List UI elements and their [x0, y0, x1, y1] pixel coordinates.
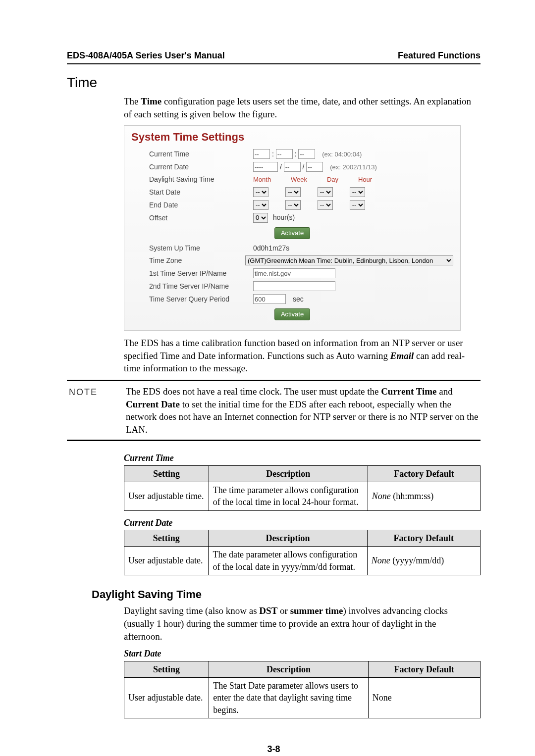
ct-desc: The time parameter allows configuration …	[209, 482, 368, 511]
intro-pre: The	[124, 96, 141, 106]
activate-button-1[interactable]: Activate	[274, 227, 310, 239]
timezone-select[interactable]: (GMT)Greenwich Mean Time: Dublin, Edinbu…	[245, 255, 453, 265]
ts1-input[interactable]	[253, 268, 335, 278]
activate-button-2[interactable]: Activate	[274, 308, 310, 320]
start-date-table: Setting Description Factory Default User…	[124, 661, 481, 718]
note-box: NOTE The EDS does not have a real time c…	[67, 380, 481, 442]
timezone-label: Time Zone	[149, 256, 245, 265]
offset-label: Offset	[149, 213, 253, 223]
ct-setting: User adjustable time.	[124, 482, 209, 511]
ts2-input[interactable]	[253, 281, 335, 291]
shot-title: System Time Settings	[131, 130, 453, 145]
sd-default: None	[368, 678, 480, 718]
end-month-select[interactable]: --	[253, 200, 268, 210]
ts2-label: 2nd Time Server IP/Name	[149, 282, 253, 291]
current-date-value: / / (ex: 2002/11/13)	[253, 162, 377, 172]
table-header-row: Setting Description Factory Default	[124, 661, 481, 677]
dst-head-day: Day	[327, 176, 338, 183]
start-day-select[interactable]: --	[318, 187, 333, 197]
header-right: Featured Functions	[398, 50, 481, 61]
current-date-dd[interactable]	[306, 162, 323, 172]
current-date-hint: (ex: 2002/11/13)	[330, 163, 377, 171]
end-hour-select[interactable]: --	[350, 200, 365, 210]
ct-def-italic: None	[372, 491, 391, 501]
tsq-label: Time Server Query Period	[149, 295, 253, 304]
ts1-label: 1st Time Server IP/Name	[149, 269, 253, 278]
current-time-mm[interactable]	[276, 149, 293, 159]
table-row: User adjustable time. The time parameter…	[124, 482, 481, 511]
note-label: NOTE	[69, 385, 126, 436]
tsq-unit: sec	[293, 295, 304, 303]
current-date-table-title: Current Date	[124, 517, 476, 529]
table-header-row: Setting Description Factory Default	[124, 465, 481, 482]
intro-time-bold: Time	[141, 96, 161, 106]
current-date-mm[interactable]	[284, 162, 301, 172]
dst-p1: Daylight saving time (also know as	[124, 605, 259, 616]
start-hour-select[interactable]: --	[350, 187, 365, 197]
cd-setting: User adjustable date.	[124, 547, 209, 575]
dst-label: Daylight Saving Time	[149, 175, 253, 184]
dst-paragraph: Daylight saving time (also know as DST o…	[124, 605, 476, 643]
dst-head-hour: Hour	[358, 176, 372, 183]
dst-head-month: Month	[253, 176, 271, 183]
end-date-label: End Date	[149, 201, 253, 210]
th-setting: Setting	[124, 530, 209, 546]
dst-heading: Daylight Saving Time	[92, 587, 481, 602]
current-time-label: Current Time	[149, 150, 253, 159]
uptime-value: 0d0h1m27s	[253, 244, 289, 253]
intro-post: configuration page lets users set the ti…	[124, 96, 471, 119]
dst-b1: DST	[259, 605, 277, 616]
current-time-ss[interactable]	[298, 149, 315, 159]
start-date-label: Start Date	[149, 188, 253, 197]
dst-b2: summer time	[290, 605, 343, 616]
note-t2: and	[437, 386, 453, 397]
cd-default: None (yyyy/mm/dd)	[367, 547, 480, 575]
end-week-select[interactable]: --	[285, 200, 301, 210]
note-text: The EDS does not have a real time clock.…	[126, 385, 479, 436]
th-default: Factory Default	[368, 661, 480, 677]
ct-default: None (hh:mm:ss)	[368, 482, 480, 511]
note-b2: Current Date	[126, 399, 180, 409]
after-shot-paragraph: The EDS has a time calibration function …	[124, 337, 476, 375]
offset-unit: hour(s)	[273, 213, 295, 221]
th-default: Factory Default	[368, 465, 480, 482]
after-shot-email: Email	[390, 351, 414, 361]
cd-def-italic: None	[372, 555, 390, 565]
table-row: User adjustable date. The Start Date par…	[124, 678, 481, 718]
intro-paragraph: The Time configuration page lets users s…	[124, 95, 476, 120]
th-description: Description	[209, 661, 369, 677]
note-b1: Current Time	[381, 386, 436, 397]
section-title-time: Time	[67, 73, 481, 92]
current-time-table-title: Current Time	[124, 452, 476, 464]
th-description: Description	[209, 530, 367, 546]
current-date-table: Setting Description Factory Default User…	[124, 530, 481, 575]
end-day-select[interactable]: --	[318, 200, 333, 210]
table-row: User adjustable date. The date parameter…	[124, 547, 481, 575]
system-time-settings-screenshot: System Time Settings Current Time : : (e…	[124, 125, 461, 331]
th-setting: Setting	[124, 465, 209, 482]
start-week-select[interactable]: --	[285, 187, 301, 197]
sd-desc: The Start Date parameter allows users to…	[209, 678, 369, 718]
current-time-hint: (ex: 04:00:04)	[322, 151, 362, 158]
start-month-select[interactable]: --	[253, 187, 268, 197]
note-t1: The EDS does not have a real time clock.…	[126, 386, 381, 397]
header-left: EDS-408A/405A Series User's Manual	[67, 50, 225, 61]
table-header-row: Setting Description Factory Default	[124, 530, 481, 546]
uptime-label: System Up Time	[149, 244, 253, 253]
th-description: Description	[209, 465, 368, 482]
start-date-table-title: Start Date	[124, 648, 476, 659]
dst-head-week: Week	[291, 176, 307, 183]
offset-select[interactable]: 0	[253, 213, 268, 223]
current-date-yyyy[interactable]	[253, 162, 278, 172]
current-date-label: Current Date	[149, 162, 253, 172]
th-setting: Setting	[124, 661, 209, 677]
current-time-table: Setting Description Factory Default User…	[124, 465, 481, 511]
cd-def-rest: (yyyy/mm/dd)	[390, 555, 444, 565]
th-default: Factory Default	[367, 530, 480, 546]
ct-def-rest: (hh:mm:ss)	[391, 491, 434, 501]
tsq-input[interactable]	[253, 294, 286, 304]
current-time-value: : : (ex: 04:00:04)	[253, 149, 362, 159]
current-time-hh[interactable]	[253, 149, 270, 159]
page-number: 3-8	[67, 743, 481, 755]
cd-desc: The date parameter allows configuration …	[209, 547, 367, 575]
